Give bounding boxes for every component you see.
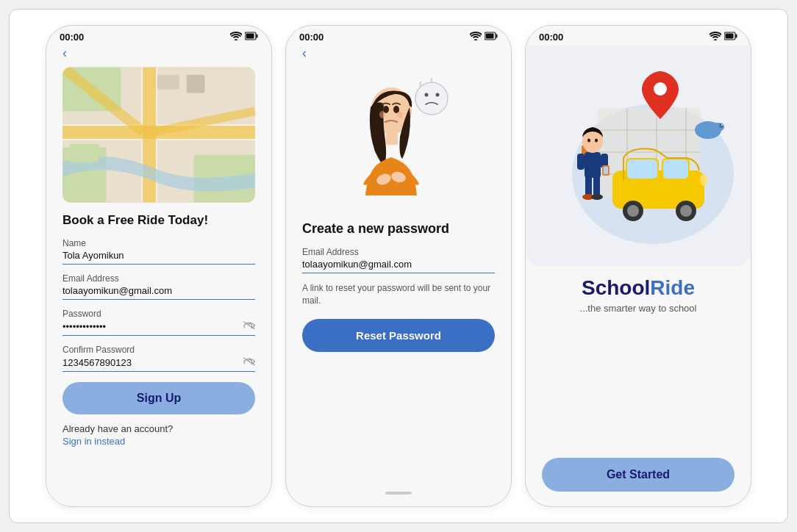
reset-password-button[interactable]: Reset Password [302, 319, 495, 352]
progress-indicator [385, 492, 412, 495]
time-3: 00:00 [539, 32, 563, 43]
eye-icon-confirm[interactable] [243, 356, 255, 368]
back-button-2[interactable]: ‹ [302, 46, 495, 61]
signup-content: ‹ [46, 46, 271, 506]
svg-point-64 [591, 194, 603, 200]
eye-icon-password[interactable] [243, 320, 255, 332]
email-field-2[interactable]: tolaayomikun@gmail.com [302, 259, 495, 273]
battery-icon-2 [485, 32, 498, 43]
svg-rect-13 [157, 75, 179, 90]
email-label-1: Email Address [62, 273, 255, 284]
svg-rect-14 [187, 75, 205, 93]
brand-school: School [582, 276, 650, 299]
svg-point-54 [654, 82, 667, 96]
signup-title: Book a Free Ride Today! [62, 213, 255, 228]
svg-rect-18 [486, 34, 494, 39]
phone-signup: 00:00 ‹ [46, 25, 272, 507]
splash-content: SchoolRide ...the smarter way to school … [526, 46, 751, 506]
svg-rect-65 [577, 154, 585, 170]
name-field[interactable]: Tola Ayomikun [62, 250, 255, 265]
email-value-1: tolaayomikun@gmail.com [62, 285, 172, 296]
svg-rect-15 [70, 144, 99, 162]
password-field[interactable]: ••••••••••••• [62, 320, 255, 336]
wifi-icon-3 [710, 32, 721, 43]
wifi-icon-2 [470, 32, 482, 43]
svg-point-22 [415, 82, 448, 115]
map-container [62, 67, 255, 203]
svg-point-50 [627, 205, 639, 217]
already-text: Already have an account? [62, 423, 255, 434]
battery-icon-3 [724, 32, 737, 43]
password-value: ••••••••••••• [62, 321, 106, 332]
svg-point-53 [700, 174, 707, 186]
svg-rect-46 [627, 159, 657, 179]
svg-rect-68 [604, 167, 608, 174]
svg-rect-35 [726, 34, 734, 39]
svg-point-31 [383, 106, 389, 113]
status-bar-1: 00:00 [46, 26, 271, 46]
svg-point-70 [587, 139, 590, 143]
svg-rect-26 [386, 132, 398, 145]
svg-point-23 [425, 93, 429, 97]
svg-point-52 [680, 205, 692, 217]
reset-content: ‹ [286, 46, 511, 506]
phone-reset: 00:00 ‹ [285, 25, 512, 507]
brand-ride: Ride [650, 276, 695, 299]
svg-point-71 [595, 139, 598, 143]
time-2: 00:00 [299, 32, 324, 43]
time-1: 00:00 [60, 32, 84, 43]
status-bar-3: 00:00 [526, 26, 751, 46]
email-label-2: Email Address [302, 247, 495, 257]
back-button-1[interactable]: ‹ [62, 46, 255, 61]
svg-rect-60 [585, 152, 601, 178]
svg-rect-10 [143, 68, 156, 203]
outer-frame: 00:00 ‹ [9, 9, 788, 523]
confirm-password-field[interactable]: 1234567890123 [62, 356, 255, 372]
email-value-2: tolaayomikun@gmail.com [302, 259, 412, 270]
svg-point-24 [436, 93, 440, 97]
password-label: Password [62, 309, 255, 319]
svg-point-58 [721, 124, 723, 126]
svg-rect-1 [257, 35, 258, 38]
signup-button[interactable]: Sign Up [62, 382, 255, 414]
reset-title: Create a new password [302, 221, 495, 237]
sign-in-link[interactable]: Sign in instead [62, 436, 255, 447]
status-bar-2: 00:00 [286, 26, 511, 46]
brand-tagline: ...the smarter way to school [542, 303, 735, 314]
reset-helper-text: A link to reset your password will be se… [302, 282, 495, 307]
email-field-1[interactable]: tolaayomikun@gmail.com [62, 285, 255, 300]
svg-rect-48 [663, 159, 688, 179]
name-value: Tola Ayomikun [62, 250, 124, 261]
svg-point-32 [393, 106, 399, 113]
sad-woman-illustration [302, 67, 495, 214]
app-brand: SchoolRide [542, 276, 735, 300]
svg-point-57 [719, 123, 723, 128]
svg-rect-2 [246, 34, 254, 39]
name-label: Name [62, 238, 255, 248]
wifi-icon [230, 32, 242, 43]
splash-illustration [526, 46, 751, 266]
battery-icon [245, 32, 258, 43]
confirm-password-value: 1234567890123 [62, 357, 132, 368]
get-started-button[interactable]: Get Started [542, 458, 735, 492]
svg-rect-62 [593, 176, 600, 196]
phone-splash: 00:00 [525, 25, 751, 507]
svg-rect-61 [585, 176, 592, 196]
svg-rect-17 [496, 35, 498, 38]
confirm-password-label: Confirm Password [62, 345, 255, 355]
svg-rect-34 [736, 35, 737, 38]
